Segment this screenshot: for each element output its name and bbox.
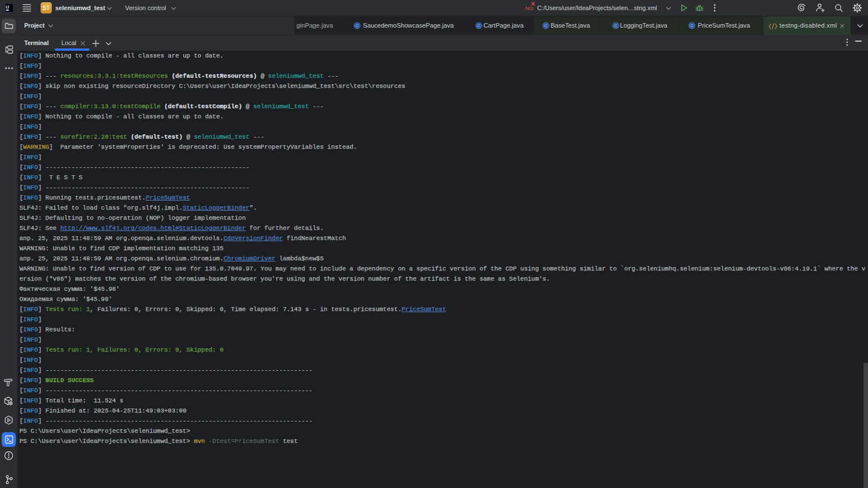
svg-text:NG: NG bbox=[525, 5, 533, 11]
svg-text:IJ: IJ bbox=[6, 5, 9, 9]
svg-text:C: C bbox=[614, 23, 618, 28]
svg-text:C: C bbox=[477, 23, 481, 28]
svg-text:ST: ST bbox=[43, 5, 50, 11]
svg-text:C: C bbox=[356, 23, 359, 28]
svg-text:C: C bbox=[690, 23, 694, 28]
svg-text:C: C bbox=[544, 23, 548, 28]
